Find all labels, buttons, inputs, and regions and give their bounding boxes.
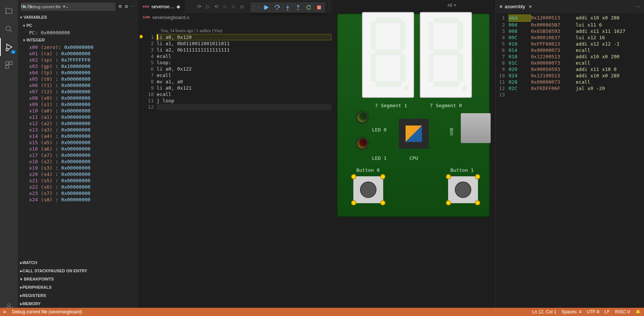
register-row: x24 (s8) : 0x00000000	[18, 196, 138, 203]
section-variables[interactable]: VARIABLES	[18, 13, 138, 21]
section-integer[interactable]: Integer	[18, 36, 138, 44]
status-lncol[interactable]: Ln 12, Col 1	[532, 309, 556, 315]
status-spaces[interactable]: Spaces: 4	[562, 309, 581, 315]
usb-label: USB	[449, 128, 454, 136]
section-pc[interactable]: PC	[18, 21, 138, 30]
register-row: x12 (a2) : 0x00000000	[18, 120, 138, 127]
close-icon[interactable]: ×	[529, 4, 532, 9]
more-icon[interactable]: ⋯	[635, 4, 640, 9]
cpu-label: CPU	[409, 155, 418, 161]
svg-point-0	[6, 26, 10, 31]
status-eol[interactable]: LF	[604, 309, 610, 315]
search-icon[interactable]	[0, 20, 18, 38]
toolbar-icon[interactable]: ▷	[204, 4, 212, 9]
register-row: x09 (s1) : 0x00000000	[18, 101, 138, 108]
gear-icon[interactable]: ⚙	[118, 4, 122, 9]
asm-row: 60140x00000073ecall	[496, 47, 644, 53]
register-row: x01 (ra) : 0x00000000	[18, 50, 138, 57]
continue-button[interactable]	[262, 3, 272, 12]
breadcrumb[interactable]: ASM sevensegboard.s	[138, 13, 331, 21]
register-row: x00 (zero): 0x00000000	[18, 44, 138, 50]
debug-status-icon[interactable]: ⊳	[3, 309, 7, 315]
debug-toolbar[interactable]: ⋮⋮	[250, 2, 325, 13]
section-registers[interactable]: REGISTERS	[18, 291, 138, 300]
debug-console-icon[interactable]: ⧉	[125, 4, 128, 9]
bell-icon[interactable]: 🔔	[635, 309, 641, 315]
usb-port	[461, 113, 491, 143]
explorer-icon[interactable]	[0, 2, 18, 20]
section-breakpoints[interactable]: BREAKPOINTS	[18, 275, 138, 283]
register-row: x22 (s6) : 0x00000000	[18, 184, 138, 190]
run-debug-icon[interactable]: 1	[0, 38, 18, 56]
svg-point-9	[298, 9, 299, 10]
toolbar-icon[interactable]: ⊙	[238, 4, 246, 9]
toolbar-icon[interactable]: ⊖	[221, 4, 229, 9]
btn0-label: Button 0	[356, 167, 380, 173]
debug-status[interactable]: Debug current file (sevensegboard)	[12, 309, 82, 315]
register-row: x17 (a7) : 0x00000000	[18, 152, 138, 158]
register-row: x07 (t2) : 0x00000000	[18, 89, 138, 95]
debug-badge: 1	[11, 50, 16, 54]
code-editor[interactable]: You, 14 hours ago | 1 author (You) 12345…	[138, 21, 331, 316]
close-icon[interactable]: ×	[453, 2, 456, 8]
assembly-tab[interactable]: ≡assembly×	[500, 4, 532, 9]
status-lang[interactable]: RISC-V	[615, 309, 630, 315]
section-memory[interactable]: MEMORY	[18, 300, 138, 308]
step-into-button[interactable]	[283, 3, 293, 12]
section-callstack[interactable]: CALL STACKPAUSED ON ENTRY	[18, 267, 138, 275]
toolbar-icon[interactable]: ⟳	[195, 4, 204, 9]
asm-icon: ASM	[143, 15, 150, 19]
editor-tab-sevenseg[interactable]: ASM sevense… ◆	[138, 0, 185, 13]
register-row: x05 (t0) : 0x00000000	[18, 76, 138, 82]
register-row: x11 (a1) : 0x00000000	[18, 114, 138, 120]
run-label: RUN	[21, 4, 32, 9]
editor-group: ⋮⋮ ASM sevense… ◆ ⟳ ▷ ⟲ ⊖ ⊖ ⊙ ASM sevens…	[138, 0, 331, 316]
grip-icon[interactable]: ⋮⋮	[251, 3, 261, 12]
extensions-icon[interactable]	[0, 56, 18, 74]
board-preview: rd × 7 Segment 1 7 Segment 0 LED 0 LED 1…	[331, 0, 495, 316]
assembly-panel: ≡assembly× ⋯ 10000x12000513addi x10 x0 2…	[495, 0, 644, 316]
btn1-label: Button 1	[450, 167, 474, 173]
seven-segment-0	[420, 12, 472, 98]
seg0-label: 7 Segment 0	[430, 103, 462, 108]
register-row: x13 (a3) : 0x00000000	[18, 127, 138, 133]
led1-label: LED 1	[372, 155, 387, 161]
svg-point-8	[287, 9, 288, 10]
section-watch[interactable]: WATCH	[18, 258, 138, 267]
register-row: x23 (s7) : 0x00000000	[18, 190, 138, 196]
asm-row: 20040x000065B7lui x11 6	[496, 22, 644, 28]
asm-icon: ASM	[143, 5, 149, 8]
run-sidebar: RUN ▶ Debug current file ⌄ ⚙ ⧉ ⋯ VARIABL…	[18, 0, 138, 316]
button-1[interactable]	[448, 176, 478, 203]
debug-config-name: Debug current file	[28, 4, 61, 9]
toolbar-icon[interactable]: ⟲	[212, 4, 221, 9]
register-row: x14 (a4) : 0x00000000	[18, 133, 138, 139]
current-line-icon	[140, 35, 143, 38]
codelens[interactable]: You, 14 hours ago | 1 author (You)	[160, 28, 222, 34]
list-icon: ≡	[500, 4, 503, 9]
tab-modified-icon: ◆	[176, 4, 180, 9]
seven-segment-1	[362, 12, 414, 98]
toolbar-icon[interactable]: ⊖	[229, 4, 238, 9]
debug-config-dropdown[interactable]: ▶ Debug current file ⌄	[21, 3, 115, 11]
restart-button[interactable]	[304, 3, 313, 12]
register-row: x03 (gp) : 0x10000000	[18, 63, 138, 69]
register-row: x04 (tp) : 0x00000000	[18, 69, 138, 76]
step-out-button[interactable]	[293, 3, 303, 12]
board-tab[interactable]: rd	[448, 2, 452, 8]
status-encoding[interactable]: UTF-8	[587, 309, 599, 315]
svg-rect-2	[6, 62, 9, 65]
asm-row: 100240x12100513addi x10 x0 289	[496, 72, 644, 79]
section-peripherals[interactable]: PERIPHERALS	[18, 283, 138, 291]
stop-button[interactable]	[314, 3, 324, 12]
svg-rect-6	[264, 5, 265, 10]
svg-rect-4	[6, 65, 9, 68]
button-0[interactable]	[353, 176, 383, 203]
register-row: x20 (s4) : 0x00000000	[18, 171, 138, 177]
step-over-button[interactable]	[272, 3, 282, 12]
more-icon[interactable]: ⋯	[131, 4, 135, 9]
led-0	[356, 111, 368, 123]
led-1	[356, 137, 368, 149]
status-bar: ⊳ Debug current file (sevensegboard) Ln …	[0, 308, 644, 316]
cpu-chip	[399, 119, 429, 149]
